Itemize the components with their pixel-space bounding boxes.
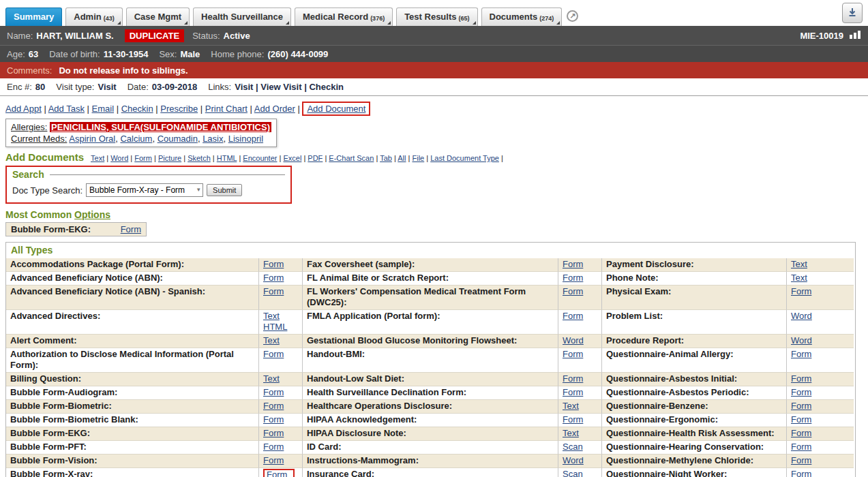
doc-link-questionnaire-methylene-chloride-form[interactable]: Form bbox=[791, 455, 811, 466]
doc-link-payment-disclosure-text[interactable]: Text bbox=[791, 259, 807, 270]
tab-medical-record[interactable]: Medical Record(376) bbox=[295, 7, 393, 26]
tab-case-mgmt[interactable]: Case Mgmt bbox=[126, 7, 190, 26]
doctype-link-e-chart-scan[interactable]: E-Chart Scan bbox=[329, 154, 374, 162]
doc-type-links-cell: Form bbox=[558, 272, 602, 286]
doc-link-advanced-directives-text[interactable]: Text bbox=[263, 311, 298, 322]
doc-type-links-cell: Form bbox=[558, 258, 602, 272]
encounter-link-view-visit[interactable]: View Visit bbox=[260, 82, 301, 92]
med-link-lisinopril[interactable]: Lisinopril bbox=[228, 134, 263, 144]
doc-link-hipaa-acknowledgement-form[interactable]: Form bbox=[563, 414, 583, 425]
doc-link-procedure-report-word[interactable]: Word bbox=[791, 335, 812, 346]
doc-link-bubble-form-biometric-blank-form[interactable]: Form bbox=[263, 414, 284, 425]
doc-link-fmla-application-portal-form-form[interactable]: Form bbox=[563, 311, 583, 322]
action-link-add-appt[interactable]: Add Appt bbox=[5, 104, 42, 114]
doc-link-questionnaire-night-worker-form[interactable]: Form bbox=[791, 469, 811, 477]
doctype-link-tab[interactable]: Tab bbox=[380, 154, 392, 162]
tab-test-results[interactable]: Test Results(65) bbox=[396, 7, 477, 26]
doctype-link-picture[interactable]: Picture bbox=[158, 154, 181, 162]
allergies-label-link[interactable]: Allergies: bbox=[11, 122, 47, 132]
doc-link-bubble-form-biometric-form[interactable]: Form bbox=[263, 401, 284, 412]
doc-link-alert-comment-text[interactable]: Text bbox=[263, 335, 280, 346]
doc-link-advanced-beneficiary-notice-abn-spanish-form[interactable]: Form bbox=[263, 286, 284, 297]
action-link-add-task[interactable]: Add Task bbox=[48, 104, 85, 114]
doc-link-phone-note-text[interactable]: Text bbox=[791, 273, 807, 283]
allergy-value-link[interactable]: PENICILLINS, SULFA(SULFONAMIDE ANTIBIOTI… bbox=[50, 122, 271, 132]
action-link-checkin[interactable]: Checkin bbox=[121, 104, 153, 114]
doc-type-search-input[interactable] bbox=[86, 183, 203, 197]
med-link-lasix[interactable]: Lasix bbox=[203, 134, 223, 144]
action-link-add-order[interactable]: Add Order bbox=[254, 104, 295, 114]
action-link-email[interactable]: Email bbox=[92, 104, 115, 114]
tab-admin[interactable]: Admin(43) bbox=[65, 7, 122, 26]
doc-link-bubble-form-x-ray-form[interactable]: Form bbox=[267, 470, 287, 477]
doc-link-handout-bmi-form[interactable]: Form bbox=[563, 349, 583, 360]
encounter-link-visit[interactable]: Visit bbox=[235, 82, 253, 92]
encounter-link-checkin[interactable]: Checkin bbox=[309, 82, 344, 92]
action-link-add-document[interactable]: Add Document bbox=[307, 104, 365, 114]
doc-link-questionnaire-asbestos-periodic-form[interactable]: Form bbox=[791, 387, 811, 398]
most-common-item-form-link[interactable]: Form bbox=[121, 224, 141, 234]
doctype-link-html[interactable]: HTML bbox=[217, 154, 237, 162]
doctype-link-form[interactable]: Form bbox=[134, 154, 152, 162]
download-button[interactable] bbox=[842, 3, 863, 23]
doc-link-bubble-form-vision-form[interactable]: Form bbox=[263, 455, 284, 466]
doctype-link-encounter[interactable]: Encounter bbox=[243, 154, 277, 162]
doc-link-bubble-form-pft-form[interactable]: Form bbox=[263, 442, 284, 452]
doc-type-links-cell: Form bbox=[259, 272, 303, 286]
doc-link-fl-animal-bite-or-scratch-report-form[interactable]: Form bbox=[563, 273, 583, 283]
doc-link-accommodations-package-portal-form-form[interactable]: Form bbox=[263, 259, 284, 270]
med-link-aspirin-oral[interactable]: Aspirin Oral bbox=[69, 134, 115, 144]
tab-health-surveillance[interactable]: Health Surveillance bbox=[193, 7, 291, 26]
doc-link-hipaa-disclosure-note-text[interactable]: Text bbox=[563, 428, 579, 439]
search-row: Doc Type Search: ▼ Submit bbox=[12, 183, 285, 197]
doc-type-links-cell: Form bbox=[787, 455, 854, 468]
phone-label: Home phone: bbox=[211, 49, 264, 59]
doc-link-fl-workers-compensation-medical-treatment-form-dwc25-form[interactable]: Form bbox=[563, 286, 583, 297]
doc-link-questionnaire-hearing-conservation-form[interactable]: Form bbox=[791, 442, 811, 452]
doc-link-fax-coversheet-sample-form[interactable]: Form bbox=[563, 259, 583, 270]
doc-type-links-cell: Form bbox=[787, 373, 854, 386]
doctype-link-file[interactable]: File bbox=[412, 154, 424, 162]
doc-link-questionnaire-asbestos-initial-form[interactable]: Form bbox=[791, 373, 811, 384]
doctype-link-pdf[interactable]: PDF bbox=[308, 154, 323, 162]
doc-type-label-hipaa-acknowledgement: HIPAA Acknowledgement: bbox=[303, 414, 558, 427]
doc-link-bubble-form-ekg-form[interactable]: Form bbox=[263, 428, 284, 439]
doc-link-authorization-to-disclose-medical-information-portal-form-form[interactable]: Form bbox=[263, 349, 284, 360]
med-link-calcium[interactable]: Calcium bbox=[120, 134, 152, 144]
doc-link-questionnaire-animal-allergy-form[interactable]: Form bbox=[791, 349, 811, 360]
doc-link-questionnaire-benzene-form[interactable]: Form bbox=[791, 401, 811, 412]
doctype-link-word[interactable]: Word bbox=[110, 154, 128, 162]
action-link-prescribe[interactable]: Prescribe bbox=[160, 104, 198, 114]
doc-link-instructions-mammogram-word[interactable]: Word bbox=[563, 455, 584, 466]
doctype-link-text[interactable]: Text bbox=[91, 154, 104, 162]
action-link-print-chart[interactable]: Print Chart bbox=[205, 104, 248, 114]
doc-link-health-surveillance-declination-form-form[interactable]: Form bbox=[563, 387, 583, 398]
submit-button[interactable]: Submit bbox=[207, 184, 242, 196]
doc-link-handout-low-salt-diet-form[interactable]: Form bbox=[563, 373, 583, 384]
doc-link-questionnaire-ergonomic-form[interactable]: Form bbox=[791, 414, 811, 425]
doc-link-billing-question-text[interactable]: Text bbox=[263, 373, 280, 384]
most-common-title-text: Most Common bbox=[5, 209, 74, 220]
tab-documents[interactable]: Documents(274) bbox=[481, 7, 563, 26]
med-link-coumadin[interactable]: Coumadin bbox=[158, 134, 198, 144]
doctype-link-excel[interactable]: Excel bbox=[283, 154, 301, 162]
doctype-link-last-document-type[interactable]: Last Document Type bbox=[430, 154, 499, 162]
doc-link-healthcare-operations-disclosure-text[interactable]: Text bbox=[563, 401, 579, 412]
doc-link-id-card-scan[interactable]: Scan bbox=[563, 442, 583, 452]
doc-link-problem-list-word[interactable]: Word bbox=[791, 311, 812, 322]
doc-link-bubble-form-audiogram-form[interactable]: Form bbox=[263, 387, 284, 398]
doc-link-physical-exam-form[interactable]: Form bbox=[791, 286, 811, 297]
quickview-icon[interactable]: ↗ bbox=[567, 10, 578, 22]
doc-link-questionnaire-health-risk-assessment-form[interactable]: Form bbox=[791, 428, 811, 439]
doctype-link-sketch[interactable]: Sketch bbox=[188, 154, 211, 162]
doctype-link-all[interactable]: All bbox=[398, 154, 406, 162]
doc-link-advanced-directives-html[interactable]: HTML bbox=[263, 322, 298, 333]
duplicate-badge[interactable]: DUPLICATE bbox=[125, 29, 184, 42]
most-common-options-link[interactable]: Options bbox=[74, 209, 110, 220]
doc-link-gestational-blood-glucose-monitoring-flowsheet-word[interactable]: Word bbox=[563, 335, 584, 346]
current-meds-label-link[interactable]: Current Meds: bbox=[11, 134, 67, 144]
doc-link-insurance-card-scan[interactable]: Scan bbox=[563, 469, 583, 477]
bar-chart-icon[interactable] bbox=[849, 30, 861, 41]
doc-link-advanced-beneficiary-notice-abn-form[interactable]: Form bbox=[263, 273, 284, 283]
tab-summary[interactable]: Summary bbox=[5, 7, 62, 26]
